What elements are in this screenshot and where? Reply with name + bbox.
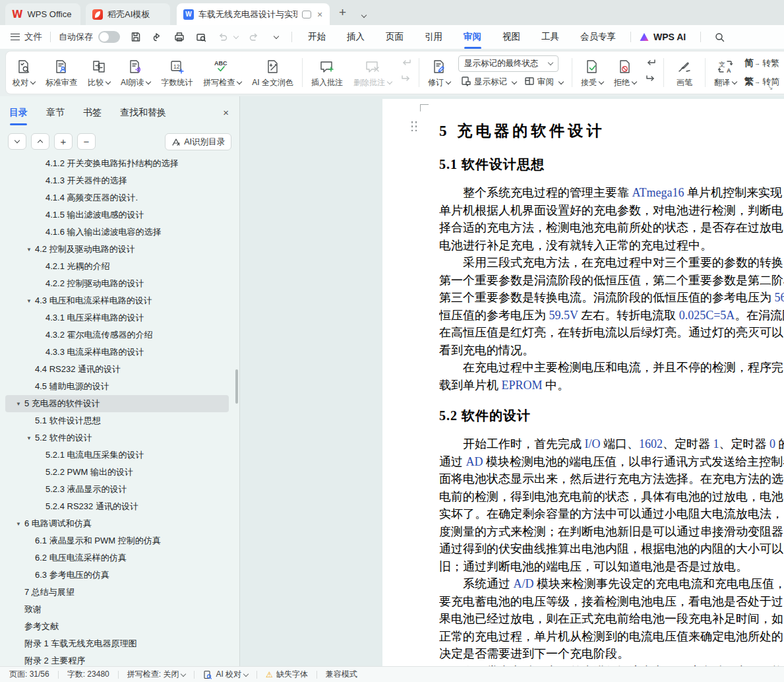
toc-item[interactable]: ▼ 4.5 辅助电源的设计 [5, 378, 229, 395]
toc-item[interactable]: ▼ 5.1 软件设计思想 [5, 412, 229, 429]
toc-item[interactable]: ▼ 4.3 电压和电流采样电路的设计 [5, 292, 229, 309]
menu-item-home[interactable]: 开始 [308, 31, 326, 43]
toc-item[interactable]: ▼ 致谢 [5, 601, 229, 618]
tab-docer-ai[interactable]: 稻壳AI模板 [86, 3, 170, 25]
redo-icon[interactable] [248, 31, 260, 43]
tab-wps-office[interactable]: W WPS Office [5, 3, 80, 25]
dialog-launcher-icon[interactable]: ↘ [768, 84, 773, 91]
undo-icon[interactable] [217, 31, 229, 43]
toc-item[interactable]: ▼ 4.3.3 电流采样电路的设计 [5, 344, 229, 361]
next-heading-button[interactable] [8, 133, 26, 150]
page-indicator[interactable]: 页面: 31/56 [9, 669, 49, 680]
spell-check-status[interactable]: 拼写检查: 关闭 [127, 669, 186, 680]
accept-button[interactable]: 接受 [576, 51, 609, 94]
search-icon[interactable] [714, 32, 725, 43]
tab-find-replace[interactable]: 查找和替换 [120, 107, 166, 119]
new-tab-button[interactable]: + [339, 5, 346, 20]
toc-item[interactable]: ▼ 附录 1 车载无线充电器原理图 [5, 635, 229, 652]
collapse-all-button[interactable]: − [77, 133, 96, 150]
export-icon[interactable] [152, 31, 164, 43]
tab-chapters[interactable]: 章节 [46, 107, 65, 119]
next-revision-icon[interactable] [644, 75, 657, 86]
toc-item[interactable]: ▼ 附录 2 主要程序 [5, 652, 229, 666]
missing-font-warning[interactable]: ⚠ 缺失字体 [266, 669, 308, 680]
restrict-edit-button[interactable]: 限制编辑 [779, 51, 784, 94]
autosave-toggle[interactable] [98, 31, 120, 43]
toc-item[interactable]: ▼ 4.2.2 控制驱动电路的设计 [5, 275, 229, 292]
toc-item[interactable]: ▼ 6.1 液晶显示和 PWM 控制的仿真 [5, 532, 229, 549]
tab-contents[interactable]: 目录 [9, 107, 28, 119]
menu-item-review-active[interactable]: 审阅 [464, 31, 481, 43]
toc-item[interactable]: ▼ 5.2 软件的设计 [5, 429, 229, 447]
toc-item[interactable]: ▼ 4.2 控制及驱动电路的设计 [5, 241, 229, 258]
next-comment-icon[interactable] [400, 75, 413, 86]
doc-session-icon[interactable] [302, 11, 311, 18]
ai-polish-button[interactable]: AI 全文润色 [247, 51, 299, 94]
menu-item-member[interactable]: 会员专享 [580, 31, 616, 43]
paragraph-drag-handle-icon[interactable] [410, 120, 417, 131]
menu-item-reference[interactable]: 引用 [425, 31, 442, 43]
show-markup-button[interactable]: 显示标记 [458, 75, 519, 90]
menu-item-view[interactable]: 视图 [502, 31, 520, 43]
collapse-triangle-icon[interactable]: ▼ [25, 435, 33, 441]
toc-item[interactable]: ▼ 4.1.3 开关器件的选择 [5, 172, 229, 189]
previous-revision-icon[interactable] [644, 59, 657, 71]
print-preview-icon[interactable] [195, 31, 207, 43]
save-icon[interactable] [130, 31, 142, 43]
menu-item-tools[interactable]: 工具 [541, 31, 559, 43]
sidebar-scrollbar-thumb[interactable] [235, 369, 238, 404]
toc-item[interactable]: ▼ 5.2.4 RS232 通讯的设计 [5, 498, 229, 515]
insert-comment-button[interactable]: 插入批注 [306, 51, 348, 94]
reviewer-button[interactable]: 审阅 [522, 75, 566, 90]
undo-chevron-icon[interactable] [231, 34, 238, 40]
quickbar-chevron-icon[interactable] [272, 34, 278, 40]
toc-item[interactable]: ▼ 4.1.4 高频变压器的设计. [5, 189, 229, 206]
toc-item[interactable]: ▼ 5.2.1 电流电压采集的设计 [5, 447, 229, 464]
document-page[interactable]: 5 充电器的软件设计5.1 软件设计思想 整个系统充电过程的管理主要靠 ATme… [382, 99, 784, 669]
toc-item[interactable]: ▼ 5.2.3 液晶显示的设计 [5, 481, 229, 498]
toc-item[interactable]: ▼ 4.3.1 电压采样电路的设计 [5, 309, 229, 326]
wps-ai-button[interactable]: WPS AI [639, 32, 686, 42]
toc-item[interactable]: ▼ 4.1.6 输入输出滤波电容的选择 [5, 224, 229, 241]
previous-comment-icon[interactable] [400, 59, 413, 71]
compare-button[interactable]: 比较 [82, 51, 115, 94]
spell-check-button[interactable]: ABC 拼写检查 [198, 51, 247, 94]
collapse-triangle-icon[interactable]: ▼ [15, 521, 22, 527]
delete-comment-button[interactable]: 删除批注 [348, 51, 397, 94]
translate-button[interactable]: 文A 翻译 [709, 51, 742, 94]
hamburger-menu-icon[interactable] [11, 34, 20, 40]
word-count-indicator[interactable]: 字数: 23480 [67, 669, 109, 680]
close-tab-icon[interactable]: × [317, 9, 322, 20]
menu-item-page[interactable]: 页面 [386, 31, 404, 43]
print-icon[interactable] [173, 31, 185, 43]
simplified-to-traditional-button[interactable]: 简→ 转繁 [744, 55, 779, 71]
tab-list-chevron-icon[interactable] [359, 9, 366, 21]
compat-mode-indicator[interactable]: 兼容模式 [326, 669, 357, 680]
pen-button[interactable]: 画笔 [667, 51, 702, 94]
ai-recognize-toc-button[interactable]: AI识别目录 [165, 133, 231, 150]
tab-bookmarks[interactable]: 书签 [83, 107, 102, 119]
file-menu[interactable]: 文件 [24, 31, 42, 43]
toc-item[interactable]: ▼ 4.3.2 霍尔电流传感器的介绍 [5, 326, 229, 344]
toc-item[interactable]: ▼ 5 充电器的软件设计 [5, 395, 229, 412]
traditional-to-simplified-button[interactable]: 繁→ 转简 [744, 74, 779, 90]
toc-item[interactable]: ▼ 4.2.1 光耦的介绍 [5, 258, 229, 275]
previous-heading-button[interactable] [31, 133, 49, 150]
ai-read-button[interactable]: AI朗读 [115, 51, 156, 94]
expand-all-button[interactable]: + [54, 133, 73, 150]
toc-item[interactable]: ▼ 参考文献 [5, 618, 229, 635]
collapse-triangle-icon[interactable]: ▼ [15, 401, 22, 407]
menu-item-insert[interactable]: 插入 [347, 31, 365, 43]
toc-item[interactable]: ▼ 5.2.2 PWM 输出的设计 [5, 464, 229, 481]
collapse-triangle-icon[interactable]: ▼ [25, 247, 33, 253]
word-count-button[interactable]: 12 字数统计 [156, 51, 198, 94]
close-sidebar-icon[interactable]: × [223, 107, 229, 118]
toc-item[interactable]: ▼ 6 电路调试和仿真 [5, 515, 229, 532]
toc-item[interactable]: ▼ 6.3 参考电压的仿真 [5, 567, 229, 584]
markup-state-select[interactable]: 显示标记的最终状态 [458, 55, 558, 72]
proofread-button[interactable]: 校对 [7, 51, 40, 94]
toc-item[interactable]: ▼ 4.1.2 开关变换电路拓扑结构的选择 [5, 155, 229, 172]
standard-review-button[interactable]: 标准审查 [40, 51, 82, 94]
toc-item[interactable]: ▼ 4.4 RS232 通讯的设计 [5, 361, 229, 378]
reject-button[interactable]: 拒绝 [609, 51, 642, 94]
